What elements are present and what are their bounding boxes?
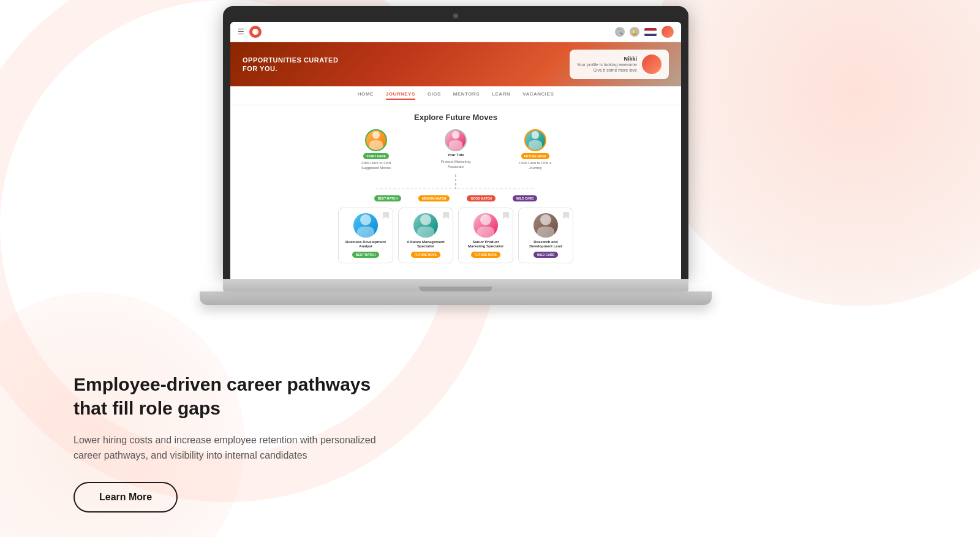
tree-top-row: START HERE Click Here to Find Suggested …: [355, 129, 557, 171]
topbar-left: ☰: [238, 26, 262, 38]
job-badge-3: FUTURE MOVE: [471, 252, 500, 258]
node-label-start: Click Here to Find Suggested Moves: [355, 161, 398, 171]
nav-gigs[interactable]: GIGS: [428, 91, 441, 100]
app-hero: OPPORTUNITIES CURATED FOR YOU. Nikki You…: [230, 42, 681, 86]
job-card-3[interactable]: Senior Product Marketing Specialist FUTU…: [458, 208, 513, 264]
heading-line1: Employee-driven career pathways: [74, 374, 371, 394]
hero-user-card: Nikki Your profile is looking awesome Gi…: [570, 50, 669, 79]
connector-svg: [339, 175, 572, 189]
bookmark-4: [563, 212, 569, 219]
person-silhouette-current: [446, 130, 466, 150]
nav-vacancies[interactable]: VACANCIES: [522, 91, 554, 100]
node-label-your-title: Your Title: [447, 153, 464, 158]
bookmark-1: [383, 212, 389, 219]
match-wild: WILD CARD: [513, 195, 538, 201]
node-label-future: Click Here to Find a Journey: [514, 161, 557, 171]
job-title-4: Research and Development Lead: [524, 240, 568, 250]
tree-node-current: Your Title Product Marketing Associate: [434, 129, 477, 171]
badge-future-move: FUTURE MOVE: [521, 153, 549, 159]
app-topbar: ☰ 🔍 🔔: [230, 22, 681, 42]
bookmark-3: [503, 212, 509, 219]
match-medium: MEDIUM MATCH: [418, 195, 450, 201]
hero-user-desc-1: Your profile is looking awesome: [577, 62, 637, 67]
job-avatar-2: [413, 213, 438, 238]
job-title-1: Business Development Analyst: [344, 240, 388, 250]
hamburger-icon[interactable]: ☰: [238, 28, 244, 36]
heading-line2: that fill role gaps: [74, 398, 221, 418]
tree-node-start: START HERE Click Here to Find Suggested …: [355, 129, 398, 171]
explore-title: Explore Future Moves: [243, 113, 669, 122]
learn-more-button[interactable]: Learn More: [74, 482, 178, 513]
match-good: GOOD MATCH: [467, 195, 495, 201]
person-silhouette-start: [366, 130, 386, 150]
user-avatar-small[interactable]: [662, 26, 674, 38]
nav-mentors[interactable]: MENTORS: [453, 91, 480, 100]
tree-avatar-future: [524, 129, 546, 151]
nav-home[interactable]: HOME: [358, 91, 374, 100]
tree-node-future: FUTURE MOVE Click Here to Find a Journey: [514, 129, 557, 171]
laptop-camera: [453, 13, 458, 18]
laptop-screen-outer: ☰ 🔍 🔔 OPPORTUNITIES CURATED FOR YO: [223, 6, 688, 279]
hero-text-container: OPPORTUNITIES CURATED FOR YOU.: [230, 50, 350, 80]
node-label-role: Product Marketing Associate: [434, 160, 477, 170]
tree-avatar-start: [365, 129, 387, 151]
person-silhouette-future: [526, 130, 545, 150]
job-badge-4: WILD CARD: [533, 252, 559, 258]
match-best: BEST MATCH: [374, 195, 401, 201]
hero-user-desc-2: Give it some more love: [577, 67, 637, 73]
app-logo: [249, 26, 262, 38]
bookmark-2: [443, 212, 449, 219]
app-logo-inner: [252, 29, 258, 35]
laptop-base: [223, 279, 688, 291]
app-nav: HOME JOURNEYS GIGS MENTORS LEARN VACANCI…: [230, 86, 681, 105]
job-title-3: Senior Product Marketing Specialist: [464, 240, 508, 250]
job-card-4[interactable]: Research and Development Lead WILD CARD: [518, 208, 573, 264]
hero-tagline-line1: OPPORTUNITIES CURATED: [243, 56, 338, 64]
job-badge-2: FUTURE MOVE: [411, 252, 440, 258]
bg-circle-top-right: [643, 0, 980, 306]
main-heading: Employee-driven career pathways that fil…: [74, 372, 392, 420]
nav-learn[interactable]: LEARN: [492, 91, 510, 100]
connector-lines: [339, 175, 572, 189]
search-icon[interactable]: 🔍: [615, 27, 625, 37]
flag-icon: [644, 28, 657, 36]
nav-journeys[interactable]: JOURNEYS: [386, 91, 415, 100]
job-avatar-1: [353, 213, 378, 238]
hero-user-info: Nikki Your profile is looking awesome Gi…: [577, 56, 637, 73]
job-badge-1: BEST MATCH: [352, 252, 379, 258]
explore-section: Explore Future Moves: [230, 105, 681, 271]
job-card-1[interactable]: Business Development Analyst BEST MATCH: [338, 208, 393, 264]
hero-user-name: Nikki: [577, 56, 637, 62]
laptop-screen: ☰ 🔍 🔔 OPPORTUNITIES CURATED FOR YO: [230, 22, 681, 279]
hero-tagline-line2: FOR YOU.: [243, 64, 338, 73]
job-title-2: Alliance Management Specialist: [404, 240, 448, 250]
match-row: BEST MATCH MEDIUM MATCH GOOD MATCH WILD …: [374, 195, 538, 201]
job-card-2[interactable]: Alliance Management Specialist FUTURE MO…: [398, 208, 453, 264]
bell-icon[interactable]: 🔔: [630, 27, 639, 37]
topbar-right: 🔍 🔔: [615, 26, 674, 38]
below-content: Employee-driven career pathways that fil…: [0, 354, 429, 537]
tree-avatar-current: [445, 129, 467, 151]
journey-tree: START HERE Click Here to Find Suggested …: [243, 129, 669, 263]
laptop-mockup: ☰ 🔍 🔔 OPPORTUNITIES CURATED FOR YO: [223, 6, 688, 305]
badge-start-here: START HERE: [363, 153, 389, 159]
job-avatar-3: [473, 213, 498, 238]
hero-user-avatar: [642, 54, 662, 74]
job-avatar-4: [533, 213, 558, 238]
sub-text: Lower hiring costs and increase employee…: [74, 432, 392, 464]
job-cards-row: Business Development Analyst BEST MATCH: [338, 208, 573, 264]
laptop-footer: [200, 291, 712, 305]
